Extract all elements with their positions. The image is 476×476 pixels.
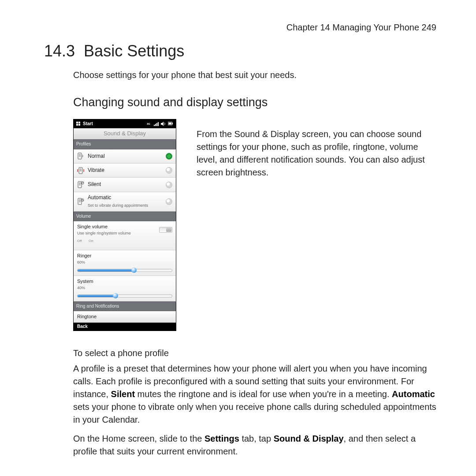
single-volume-toggle[interactable]: [159, 227, 172, 233]
profile-row-normal[interactable]: Normal: [74, 149, 176, 164]
signal-icon: [154, 122, 159, 126]
system-slider[interactable]: [77, 294, 172, 298]
intro-text: Choose settings for your phone that best…: [73, 69, 436, 82]
svg-rect-1: [154, 125, 155, 126]
radio-unselected-icon[interactable]: [166, 182, 172, 188]
text-run: On the Home screen, slide to the: [73, 434, 205, 443]
profile-label-group: Automatic Set to vibrate during appointm…: [88, 194, 166, 209]
soft-key-bar: Back: [74, 323, 176, 331]
screen-title: Sound & Display: [74, 128, 176, 139]
svg-rect-2: [155, 124, 156, 126]
phone-screenshot: Start 3G Sound & Display Profiles: [73, 119, 176, 331]
phone-auto-icon: [77, 198, 84, 205]
subsection-heading: Changing sound and display settings: [73, 94, 436, 111]
phone-vibrate-icon: [77, 167, 84, 174]
svg-rect-12: [80, 168, 82, 171]
profile-subheading: To select a phone profile: [73, 347, 436, 360]
svg-line-18: [82, 182, 83, 184]
strong-settings: Settings: [205, 434, 239, 443]
profile-row-automatic[interactable]: Automatic Set to vibrate during appointm…: [74, 192, 176, 212]
svg-rect-7: [172, 123, 173, 124]
profile-row-vibrate[interactable]: Vibrate: [74, 164, 176, 178]
text-run: tab, tap: [239, 434, 274, 443]
system-row: System 40%: [74, 276, 176, 301]
system-label: System: [77, 278, 172, 285]
svg-line-23: [82, 200, 83, 201]
text-run: mutes the ringtone and is ideal for use …: [135, 389, 392, 399]
strong-silent: Silent: [111, 389, 135, 399]
phone-sound-icon: [77, 152, 84, 160]
toggle-on-label: On: [89, 238, 93, 244]
start-label[interactable]: Start: [83, 121, 145, 127]
system-percent: 40%: [77, 285, 172, 291]
battery-icon: [168, 122, 173, 126]
svg-rect-3: [156, 123, 157, 126]
profile-paragraph: A profile is a preset that determines ho…: [73, 362, 436, 426]
svg-rect-4: [158, 122, 159, 126]
phone-silent-icon: [77, 181, 84, 188]
title-bar[interactable]: Start 3G: [74, 119, 176, 128]
svg-text:3G: 3G: [147, 123, 150, 125]
ringer-label: Ringer: [77, 253, 172, 260]
svg-rect-20: [79, 199, 81, 202]
screenshot-description: From the Sound & Display screen, you can…: [197, 128, 435, 179]
back-button[interactable]: Back: [77, 324, 88, 330]
single-volume-label: Single volume: [77, 223, 131, 231]
radio-unselected-icon[interactable]: [166, 167, 172, 174]
single-volume-row[interactable]: Single volume Use single ring/system vol…: [74, 221, 176, 250]
strong-sound-display: Sound & Display: [274, 434, 344, 443]
windows-logo-icon: [76, 122, 81, 126]
section-header-profiles: Profiles: [74, 139, 176, 149]
section-title-text: Basic Settings: [84, 42, 184, 60]
network-3g-icon: 3G: [147, 122, 152, 126]
profile-sublabel: Set to vibrate during appointments: [88, 203, 148, 208]
strong-automatic: Automatic: [392, 389, 435, 399]
svg-marker-5: [161, 122, 164, 126]
toggle-off-label: Off: [77, 238, 82, 244]
ringer-row: Ringer 60%: [74, 250, 176, 276]
profile-row-silent[interactable]: Silent: [74, 178, 176, 192]
profile-label: Automatic: [88, 194, 111, 201]
profile-label: Vibrate: [88, 167, 166, 174]
section-number: 14.3: [44, 42, 75, 60]
speaker-icon: [161, 122, 166, 126]
navigation-paragraph: On the Home screen, slide to the Setting…: [73, 432, 436, 458]
svg-rect-10: [79, 154, 81, 157]
section-header-ring: Ring and Notifications: [74, 301, 176, 312]
ringer-percent: 60%: [77, 260, 172, 265]
chapter-header: Chapter 14 Managing Your Phone 249: [286, 21, 436, 34]
svg-rect-16: [79, 182, 81, 186]
text-run: sets your phone to vibrate only when you…: [73, 402, 436, 424]
ringtone-row[interactable]: Ringtone: [74, 311, 176, 323]
ringer-slider[interactable]: [77, 269, 172, 272]
profile-label: Normal: [88, 152, 166, 160]
section-header-volume: Volume: [74, 212, 176, 222]
profile-label: Silent: [88, 181, 166, 188]
radio-selected-icon[interactable]: [166, 153, 172, 160]
svg-rect-8: [168, 123, 171, 124]
radio-unselected-icon[interactable]: [166, 198, 172, 205]
section-heading: 14.3 Basic Settings: [44, 40, 436, 63]
